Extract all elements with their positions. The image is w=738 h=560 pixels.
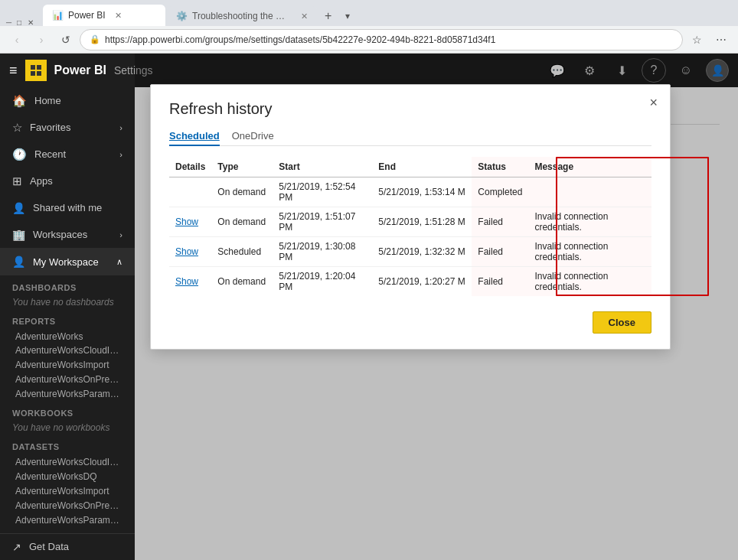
refresh-button[interactable]: ↺: [55, 29, 77, 50]
window-control-minimize[interactable]: ─: [6, 18, 14, 26]
report-item-3[interactable]: AdventureWorksOnPremAndC...: [0, 372, 135, 386]
apps-label: Apps: [30, 175, 53, 187]
recent-label: Recent: [34, 148, 66, 160]
close-modal-button[interactable]: Close: [593, 311, 651, 334]
show-link-1[interactable]: Show: [175, 217, 198, 227]
report-item-1[interactable]: AdventureWorksCloudImport: [0, 343, 135, 357]
section-dashboards-empty: You have no dashboards: [0, 295, 135, 309]
cell-message-3: Invalid connection credentials.: [528, 267, 651, 297]
shared-icon: 👤: [12, 202, 25, 214]
cell-details-2[interactable]: Show: [169, 237, 211, 267]
dataset-sidebar-item-4[interactable]: AdventureWorksParameterize...: [0, 513, 135, 527]
sidebar-item-favorites[interactable]: ☆ Favorites ›: [0, 114, 135, 141]
browser-menu-button[interactable]: ⋯: [710, 29, 732, 50]
cell-start-1: 5/21/2019, 1:51:07 PM: [273, 207, 372, 237]
svg-rect-2: [31, 71, 35, 76]
new-tab-button[interactable]: +: [318, 6, 338, 26]
bookmark-button[interactable]: ☆: [686, 29, 707, 50]
refresh-table: Details Type Start End Status Message On…: [169, 157, 651, 296]
modal-overlay[interactable]: Refresh history × Scheduled OneDrive Det…: [135, 54, 738, 560]
tab-close-icon[interactable]: ✕: [115, 11, 122, 21]
get-data-button[interactable]: ↗ Get Data: [0, 533, 135, 560]
sidebar-item-shared[interactable]: 👤 Shared with me: [0, 194, 135, 221]
svg-rect-0: [31, 65, 35, 70]
cell-details-1[interactable]: Show: [169, 207, 211, 237]
dataset-sidebar-item-1[interactable]: AdventureWorksDQ: [0, 469, 135, 483]
window-control-maximize[interactable]: □: [17, 18, 24, 26]
report-item-0[interactable]: AdventureWorks: [0, 329, 135, 343]
tab-overflow-button[interactable]: ▾: [339, 6, 356, 26]
cell-status-2: Failed: [472, 237, 528, 267]
sidebar-item-workspaces[interactable]: 🏢 Workspaces ›: [0, 221, 135, 248]
cell-message-1: Invalid connection credentials.: [528, 207, 651, 237]
dataset-sidebar-item-2[interactable]: AdventureWorksImport: [0, 483, 135, 498]
cell-end-0: 5/21/2019, 1:53:14 M: [372, 177, 472, 207]
window-control-close[interactable]: ✕: [28, 18, 35, 26]
table-row: Show Scheduled 5/21/2019, 1:30:08 PM 5/2…: [169, 237, 651, 267]
modal-tab-onedrive[interactable]: OneDrive: [232, 127, 274, 146]
table-row: On demand 5/21/2019, 1:52:54 PM 5/21/201…: [169, 177, 651, 207]
recent-chevron: ›: [119, 150, 122, 159]
cell-type-2: Scheduled: [211, 237, 273, 267]
dataset-sidebar-item-3[interactable]: AdventureWorksOnPremAndC...: [0, 498, 135, 513]
cell-status-0: Completed: [472, 177, 528, 207]
get-data-label: Get Data: [29, 541, 69, 552]
col-status-header: Status: [472, 157, 528, 177]
hamburger-button[interactable]: ≡: [9, 63, 18, 79]
modal-tabs: Scheduled OneDrive: [169, 127, 651, 146]
workspaces-icon: 🏢: [12, 229, 25, 241]
modal-tab-scheduled[interactable]: Scheduled: [169, 127, 220, 146]
apps-icon: ⊞: [12, 174, 22, 188]
modal-title: Refresh history: [169, 100, 651, 118]
col-end-header: End: [372, 157, 472, 177]
app-grid-icon[interactable]: [25, 60, 47, 81]
cell-status-3: Failed: [472, 267, 528, 297]
section-workbooks-header: WORKBOOKS: [0, 401, 135, 421]
svg-rect-3: [37, 71, 41, 76]
browser-chrome: ─ □ ✕ 📊 Power BI ✕ ⚙️ Troubleshooting th…: [0, 0, 738, 54]
cell-end-2: 5/21/2019, 1:32:32 M: [372, 237, 472, 267]
cell-details-3[interactable]: Show: [169, 267, 211, 297]
cell-type-0: On demand: [211, 177, 273, 207]
tab2-title: Troubleshooting the On-pre: [192, 11, 292, 21]
lock-icon: 🔒: [90, 34, 100, 44]
cell-type-3: On demand: [211, 267, 273, 297]
show-link-3[interactable]: Show: [175, 276, 198, 287]
section-dashboards-header: DASHBOARDS: [0, 275, 135, 295]
table-row: Show On demand 5/21/2019, 1:51:07 PM 5/2…: [169, 207, 651, 237]
sidebar-item-home[interactable]: 🏠 Home: [0, 87, 135, 114]
shared-label: Shared with me: [33, 202, 102, 213]
brand-name: Power BI: [54, 63, 106, 77]
sidebar-item-recent[interactable]: 🕐 Recent ›: [0, 141, 135, 168]
modal-footer: Close: [169, 311, 651, 334]
my-workspace-label: My Workspace: [33, 256, 99, 268]
col-message-header: Message: [528, 157, 651, 177]
tab-title: Power BI: [68, 10, 106, 21]
recent-icon: 🕐: [12, 148, 27, 161]
sidebar-item-my-workspace[interactable]: 👤 My Workspace ∧: [0, 248, 135, 275]
browser-tab-inactive[interactable]: ⚙️ Troubleshooting the On-pre ✕: [167, 6, 317, 26]
cell-start-0: 5/21/2019, 1:52:54 PM: [273, 177, 372, 207]
get-data-icon: ↗: [12, 541, 21, 553]
dataset-sidebar-item-0[interactable]: AdventureWorksCloudImport: [0, 454, 135, 469]
show-link-2[interactable]: Show: [175, 246, 198, 257]
browser-tab-active[interactable]: 📊 Power BI ✕: [43, 5, 165, 26]
cell-type-1: On demand: [211, 207, 273, 237]
forward-button[interactable]: ›: [31, 29, 52, 50]
report-item-2[interactable]: AdventureWorksImport: [0, 357, 135, 372]
back-button[interactable]: ‹: [6, 29, 28, 50]
report-item-4[interactable]: AdventureWorksParameterize...: [0, 386, 135, 401]
workspaces-chevron: ›: [119, 230, 122, 239]
sidebar: 🏠 Home ☆ Favorites › 🕐 Recent › ⊞ Apps 👤…: [0, 87, 135, 560]
refresh-history-modal: Refresh history × Scheduled OneDrive Det…: [150, 84, 671, 350]
table-wrapper: Details Type Start End Status Message On…: [169, 157, 651, 296]
address-bar[interactable]: 🔒 https://app.powerbi.com/groups/me/sett…: [80, 29, 683, 50]
cell-end-1: 5/21/2019, 1:51:28 M: [372, 207, 472, 237]
cell-message-2: Invalid connection credentials.: [528, 237, 651, 267]
cell-status-1: Failed: [472, 207, 528, 237]
modal-close-button[interactable]: ×: [649, 96, 658, 109]
cell-end-3: 5/21/2019, 1:20:27 M: [372, 267, 472, 297]
tab2-close-icon[interactable]: ✕: [301, 11, 308, 21]
cell-message-0: [528, 177, 651, 207]
sidebar-item-apps[interactable]: ⊞ Apps: [0, 168, 135, 194]
